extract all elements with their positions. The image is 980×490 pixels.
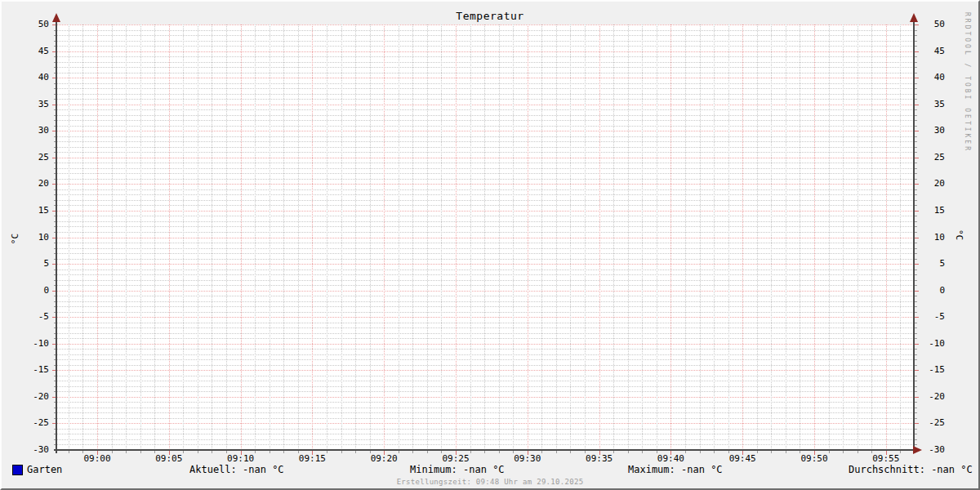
minor-gridline-v [642, 24, 643, 450]
x-tick-label: 09:45 [724, 454, 760, 464]
minor-gridline-v [585, 24, 586, 450]
x-minor-tick [283, 451, 284, 453]
major-gridline-v [599, 24, 600, 450]
minor-gridline-v [198, 24, 198, 450]
y-major-tick [915, 158, 919, 158]
minor-gridline-v [613, 24, 614, 450]
y-minor-tick [915, 296, 917, 296]
y-minor-tick [915, 109, 917, 110]
y-minor-tick [915, 35, 917, 36]
y-axis-right-arrow-icon [910, 13, 918, 22]
minor-gridline-v [399, 24, 399, 450]
x-minor-tick [771, 451, 772, 453]
minor-gridline-v [154, 24, 155, 450]
minor-gridline-v [829, 24, 830, 450]
minor-gridline-v [270, 24, 270, 450]
x-minor-tick [541, 451, 542, 453]
y-tick-label-left: -30 [16, 445, 49, 455]
stat-durchschnitt: Durchschnitt: -nan °C [849, 464, 973, 475]
y-major-tick [915, 291, 919, 292]
x-minor-tick [613, 451, 614, 453]
y-minor-tick [915, 349, 917, 350]
y-tick-label-right: -30 [923, 445, 945, 455]
y-minor-tick [915, 173, 917, 174]
y-tick-label-left: -25 [16, 418, 49, 428]
y-minor-tick [915, 274, 917, 275]
y-minor-tick [915, 221, 917, 222]
minor-gridline-v [499, 24, 500, 450]
y-minor-tick [915, 312, 917, 313]
y-minor-tick [915, 280, 917, 281]
y-minor-tick [915, 248, 917, 249]
y-minor-tick [915, 94, 917, 95]
y-tick-label-left: 50 [16, 20, 49, 29]
y-minor-tick [915, 365, 917, 366]
y-minor-tick [915, 56, 917, 57]
minor-gridline-v [900, 24, 901, 450]
y-major-tick [915, 264, 919, 265]
y-minor-tick [915, 418, 917, 419]
major-gridline-v [886, 24, 887, 450]
y-minor-tick [915, 434, 917, 434]
minor-gridline-v [570, 24, 571, 450]
x-minor-tick [212, 451, 212, 453]
y-major-tick [915, 370, 919, 371]
x-tick-label: 09:20 [366, 454, 402, 464]
y-tick-label-left: 35 [16, 100, 49, 109]
y-tick-label-left: -20 [16, 392, 49, 402]
minor-gridline-v [771, 24, 772, 450]
y-minor-tick [915, 46, 917, 47]
y-tick-label-right: -15 [923, 365, 945, 375]
y-major-tick [915, 344, 919, 345]
major-gridline-v [742, 24, 743, 450]
x-tick-label: 09:25 [438, 454, 474, 464]
major-gridline-v [241, 24, 242, 450]
y-major-tick [915, 211, 919, 212]
minor-gridline-v [800, 24, 800, 450]
y-minor-tick [915, 381, 917, 381]
minor-gridline-v [441, 24, 442, 450]
x-minor-tick [628, 451, 629, 453]
x-minor-tick [69, 451, 69, 453]
y-tick-label-right: -25 [923, 418, 945, 428]
x-minor-tick [355, 451, 356, 453]
y-minor-tick [915, 88, 917, 89]
y-tick-label-left: 20 [16, 179, 49, 189]
y-tick-label-left: 10 [16, 233, 49, 243]
x-minor-tick [112, 451, 113, 453]
rrdtool-temperature-graph: Temperatur 50454035302520151050-5-10-15-… [0, 0, 980, 490]
y-axis-right [913, 20, 915, 453]
minor-gridline-v [728, 24, 729, 450]
y-minor-tick [915, 285, 917, 286]
x-tick-label: 09:05 [151, 454, 187, 464]
y-minor-tick [915, 226, 917, 227]
x-tick-label: 09:30 [510, 454, 546, 464]
y-minor-tick [915, 67, 917, 68]
minor-gridline-v [327, 24, 327, 450]
y-tick-label-right: 20 [923, 179, 945, 189]
minor-gridline-v [82, 24, 83, 450]
major-gridline-v [97, 24, 98, 450]
x-minor-tick [270, 451, 270, 453]
y-minor-tick [915, 168, 917, 169]
x-minor-tick [427, 451, 428, 453]
x-tick-label: 09:50 [796, 454, 832, 464]
minor-gridline-v [69, 24, 69, 450]
y-major-tick [915, 238, 919, 238]
y-minor-tick [915, 30, 917, 31]
creation-time-note: Erstellungszeit: 09:48 Uhr am 29.10.2025 [2, 478, 978, 486]
minor-gridline-v [370, 24, 371, 450]
y-minor-tick [915, 126, 917, 127]
y-axis-unit-left: °C [10, 223, 20, 256]
y-tick-label-right: 5 [923, 259, 945, 269]
major-gridline-v [814, 24, 815, 450]
y-tick-label-left: 5 [16, 259, 49, 269]
y-minor-tick [915, 115, 917, 116]
x-minor-tick [255, 451, 256, 453]
y-tick-label-left: 25 [16, 153, 49, 163]
chart-title: Temperatur [2, 10, 978, 22]
y-minor-tick [915, 439, 917, 440]
y-major-tick [915, 317, 919, 318]
y-minor-tick [915, 216, 917, 216]
y-minor-tick [915, 327, 917, 328]
